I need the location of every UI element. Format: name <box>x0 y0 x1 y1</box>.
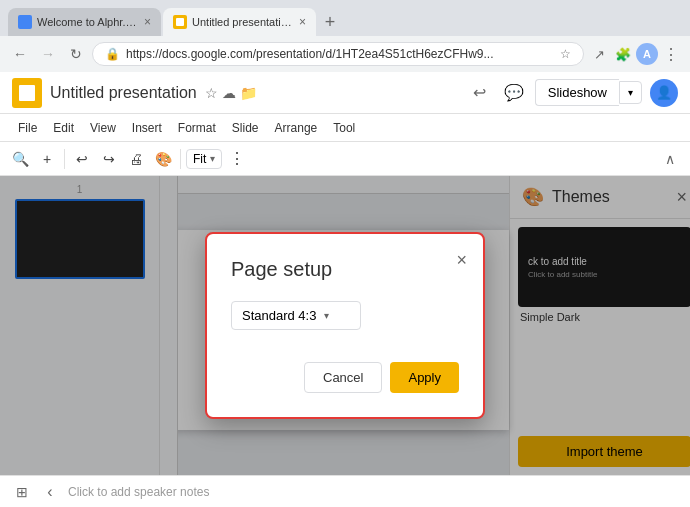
divider-2 <box>180 149 181 169</box>
menu-arrange[interactable]: Arrange <box>269 119 324 137</box>
url-bar[interactable]: 🔒 https://docs.google.com/presentation/d… <box>92 42 584 66</box>
app-toolbar: Untitled presentation ☆ ☁ 📁 ↩ 💬 Slidesho… <box>0 72 690 114</box>
address-bar: ← → ↻ 🔒 https://docs.google.com/presenta… <box>0 36 690 72</box>
tab-favicon-1 <box>18 15 32 29</box>
new-tab-button[interactable]: + <box>316 8 344 36</box>
tool-print[interactable]: 🖨 <box>124 147 148 171</box>
lock-icon: 🔒 <box>105 47 120 61</box>
speaker-notes-placeholder[interactable]: Click to add speaker notes <box>68 485 678 499</box>
menu-file[interactable]: File <box>12 119 43 137</box>
tool-paint-format[interactable]: 🎨 <box>151 147 175 171</box>
account-icon[interactable]: 👤 <box>650 79 678 107</box>
tab-active[interactable]: Untitled presentation - Google S... × <box>163 8 316 36</box>
menu-edit[interactable]: Edit <box>47 119 80 137</box>
extensions-icon[interactable]: 🧩 <box>612 43 634 65</box>
back-button[interactable]: ← <box>8 42 32 66</box>
zoom-select-container[interactable]: Fit ▾ <box>186 149 222 169</box>
aspect-ratio-select[interactable]: Standard 4:3 ▾ <box>231 301 361 330</box>
zoom-value: Fit <box>193 152 206 166</box>
tool-undo[interactable]: ↩ <box>70 147 94 171</box>
url-text: https://docs.google.com/presentation/d/1… <box>126 47 554 61</box>
tab-inactive[interactable]: Welcome to Alphr.com - Google ... × <box>8 8 161 36</box>
format-toolbar: 🔍 + ↩ ↪ 🖨 🎨 Fit ▾ ⋮ ∧ <box>0 142 690 176</box>
folder-icon[interactable]: 📁 <box>240 85 257 101</box>
app-logo <box>12 78 42 108</box>
app-title[interactable]: Untitled presentation <box>50 84 197 102</box>
tab-bar: Welcome to Alphr.com - Google ... × Unti… <box>0 0 690 36</box>
tab-title-2: Untitled presentation - Google S... <box>192 16 292 28</box>
reload-button[interactable]: ↻ <box>64 42 88 66</box>
select-arrow-icon: ▾ <box>324 310 329 321</box>
menu-view[interactable]: View <box>84 119 122 137</box>
tab-close-2[interactable]: × <box>299 15 306 29</box>
comments-icon[interactable]: 💬 <box>501 80 527 106</box>
share-icon[interactable]: ↗ <box>588 43 610 65</box>
chevron-up-icon[interactable]: ∧ <box>658 147 682 171</box>
page-setup-dialog: Page setup × Standard 4:3 ▾ Cancel Apply <box>205 232 485 419</box>
profile-icon[interactable]: A <box>636 43 658 65</box>
main-area: 1 Click to add title Click to add subtit… <box>0 176 690 475</box>
browser-icons: ↗ 🧩 A ⋮ <box>588 43 682 65</box>
cloud-icon: ☁ <box>222 85 236 101</box>
bookmark-icon[interactable]: ☆ <box>560 47 571 61</box>
apply-button[interactable]: Apply <box>390 362 459 393</box>
tab-favicon-2 <box>173 15 187 29</box>
star-icon[interactable]: ☆ <box>205 85 218 101</box>
dialog-body: Standard 4:3 ▾ <box>231 301 459 330</box>
divider-1 <box>64 149 65 169</box>
app-title-icons: ☆ ☁ 📁 <box>205 85 257 101</box>
grid-view-icon[interactable]: ⊞ <box>12 482 32 502</box>
slideshow-button[interactable]: Slideshow <box>535 79 619 106</box>
select-value: Standard 4:3 <box>242 308 316 323</box>
tab-close-1[interactable]: × <box>144 15 151 29</box>
browser-chrome: Welcome to Alphr.com - Google ... × Unti… <box>0 0 690 72</box>
present-options: Slideshow ▾ <box>535 79 642 106</box>
collapse-icon[interactable]: ‹ <box>40 482 60 502</box>
slideshow-dropdown[interactable]: ▾ <box>619 81 642 104</box>
dialog-title: Page setup <box>231 258 459 281</box>
menu-slide[interactable]: Slide <box>226 119 265 137</box>
history-icon[interactable]: ↩ <box>467 80 493 106</box>
menu-insert[interactable]: Insert <box>126 119 168 137</box>
menu-tool[interactable]: Tool <box>327 119 361 137</box>
menu-bar: File Edit View Insert Format Slide Arran… <box>0 114 690 142</box>
cancel-button[interactable]: Cancel <box>304 362 382 393</box>
dialog-close-button[interactable]: × <box>452 246 471 275</box>
menu-format[interactable]: Format <box>172 119 222 137</box>
tool-redo[interactable]: ↪ <box>97 147 121 171</box>
zoom-arrow: ▾ <box>210 153 215 164</box>
tab-title-1: Welcome to Alphr.com - Google ... <box>37 16 137 28</box>
dialog-overlay: Page setup × Standard 4:3 ▾ Cancel Apply <box>0 176 690 475</box>
tool-search[interactable]: 🔍 <box>8 147 32 171</box>
tool-add[interactable]: + <box>35 147 59 171</box>
tool-more[interactable]: ⋮ <box>225 147 249 171</box>
dialog-footer: Cancel Apply <box>231 362 459 393</box>
forward-button[interactable]: → <box>36 42 60 66</box>
bottom-bar: ⊞ ‹ Click to add speaker notes <box>0 475 690 507</box>
menu-icon[interactable]: ⋮ <box>660 43 682 65</box>
